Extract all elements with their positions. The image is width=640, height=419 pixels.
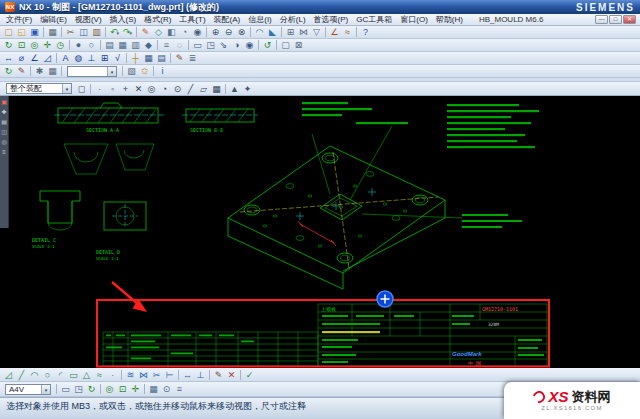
table-icon[interactable]: ▦ bbox=[142, 52, 155, 64]
rotate-view-icon[interactable]: ◷ bbox=[54, 39, 67, 51]
fit-icon[interactable]: ⊡ bbox=[116, 383, 129, 395]
undo-icon[interactable]: ↶▾ bbox=[108, 26, 121, 38]
window-close-button[interactable]: ✕ bbox=[623, 15, 636, 24]
constraint-icon[interactable]: ⊥ bbox=[194, 369, 207, 381]
update-icon[interactable]: ↻ bbox=[85, 383, 98, 395]
window-restore-button[interactable]: □ bbox=[609, 15, 622, 24]
menu-item[interactable]: 分析(L) bbox=[276, 14, 310, 25]
point-icon[interactable]: ∙ bbox=[106, 369, 119, 381]
delete-icon[interactable]: ✕ bbox=[225, 369, 238, 381]
history-icon[interactable]: ≡ bbox=[2, 149, 6, 155]
feature-control-frame-icon[interactable]: ⊞ bbox=[98, 52, 111, 64]
menu-item[interactable]: GC工具箱 bbox=[352, 14, 396, 25]
redo-icon[interactable]: ↷▾ bbox=[121, 26, 134, 38]
quick-dimension-icon[interactable]: ↔ bbox=[181, 369, 194, 381]
finish-icon[interactable]: ✓ bbox=[243, 369, 256, 381]
highlight-icon[interactable]: ✦ bbox=[241, 83, 254, 95]
help-icon[interactable]: ? bbox=[359, 26, 372, 38]
intersect-icon[interactable]: ⊗ bbox=[235, 26, 248, 38]
annotation-style-combo[interactable]: ▾ bbox=[67, 66, 117, 77]
datum-plane-icon[interactable]: ◇ bbox=[152, 26, 165, 38]
refresh-icon[interactable]: ↻ bbox=[2, 39, 15, 51]
fit-view-icon[interactable]: ⊡ bbox=[15, 39, 28, 51]
shaded-icon[interactable]: ● bbox=[72, 39, 85, 51]
menu-item[interactable]: 视图(V) bbox=[71, 14, 106, 25]
subtract-icon[interactable]: ⊖ bbox=[222, 26, 235, 38]
update-views-icon[interactable]: ↺ bbox=[261, 39, 274, 51]
pattern-feature-icon[interactable]: ⊞ bbox=[284, 26, 297, 38]
menu-item[interactable]: 编辑(E) bbox=[36, 14, 71, 25]
spline-icon[interactable]: ≈ bbox=[93, 369, 106, 381]
snap-arc-center-icon[interactable]: ◎ bbox=[145, 83, 158, 95]
pan-icon[interactable]: ✛ bbox=[41, 39, 54, 51]
balloon-icon[interactable]: ◍ bbox=[72, 52, 85, 64]
snap-midpoint-icon[interactable]: ◦ bbox=[106, 83, 119, 95]
snap-point-on-curve-icon[interactable]: ╱ bbox=[184, 83, 197, 95]
revolve-icon[interactable]: ◔ bbox=[178, 26, 191, 38]
hd3d-tools-icon[interactable]: ◎ bbox=[1, 139, 6, 145]
rectangle-icon[interactable]: ▭ bbox=[67, 369, 80, 381]
snap-existing-point-icon[interactable]: ⊙ bbox=[171, 83, 184, 95]
drawing-canvas[interactable]: SECTION A-A SECTION 8-8 DETAIL bbox=[0, 96, 640, 368]
surface-finish-icon[interactable]: √ bbox=[111, 52, 124, 64]
paste-icon[interactable]: ▥ bbox=[90, 26, 103, 38]
save-icon[interactable]: ▣ bbox=[28, 26, 41, 38]
edit-style-icon[interactable]: ✎ bbox=[15, 65, 28, 77]
drawing-area[interactable]: ▣✚▤◫◎≡ SECTION A-A SECTION 8-8 bbox=[0, 96, 640, 368]
base-view-icon[interactable]: ◳ bbox=[204, 39, 217, 51]
profile-icon[interactable]: ◿ bbox=[2, 369, 15, 381]
part-navigator-icon[interactable]: ▤ bbox=[1, 119, 7, 125]
hole-icon[interactable]: ◉ bbox=[191, 26, 204, 38]
constraint-navigator-icon[interactable]: ✚ bbox=[1, 109, 6, 115]
layer-settings-icon[interactable]: ≡ bbox=[160, 39, 173, 51]
sheet-dropdown[interactable]: A4V ▾ bbox=[5, 384, 51, 395]
print-icon[interactable]: ▦ bbox=[46, 26, 59, 38]
polygon-icon[interactable]: △ bbox=[80, 369, 93, 381]
new-sheet-icon[interactable]: ▭ bbox=[59, 383, 72, 395]
edit-text-icon[interactable]: ✎ bbox=[173, 52, 186, 64]
right-view-icon[interactable]: ▥ bbox=[129, 39, 142, 51]
menu-item[interactable]: 格式(R) bbox=[140, 14, 175, 25]
menu-item[interactable]: 装配(A) bbox=[210, 14, 245, 25]
grid-icon[interactable]: ▦ bbox=[147, 383, 160, 395]
align-icon[interactable]: ≣ bbox=[186, 52, 199, 64]
top-view-icon[interactable]: ▦ bbox=[116, 39, 129, 51]
menu-item[interactable]: 工具(T) bbox=[175, 14, 209, 25]
pan-icon[interactable]: ✛ bbox=[129, 383, 142, 395]
chamfer-icon[interactable]: ◣ bbox=[266, 26, 279, 38]
projected-view-icon[interactable]: ⇘ bbox=[217, 39, 230, 51]
offset-curve-icon[interactable]: ≋ bbox=[124, 369, 137, 381]
detail-view-icon[interactable]: ◉ bbox=[243, 39, 256, 51]
unite-icon[interactable]: ⊕ bbox=[209, 26, 222, 38]
arc-icon[interactable]: ◠ bbox=[28, 369, 41, 381]
preferences-icon[interactable]: ✱ bbox=[33, 65, 46, 77]
menu-item[interactable]: 首选项(P) bbox=[310, 14, 353, 25]
sketch-icon[interactable]: ✎ bbox=[139, 26, 152, 38]
chamfer-dimension-icon[interactable]: ◿ bbox=[41, 52, 54, 64]
new-file-icon[interactable]: ▢ bbox=[2, 26, 15, 38]
radial-dimension-icon[interactable]: ⌀ bbox=[15, 52, 28, 64]
assembly-navigator-icon[interactable]: ▣ bbox=[1, 99, 7, 105]
copy-icon[interactable]: ◫ bbox=[77, 26, 90, 38]
snap-grid-icon[interactable]: ▦ bbox=[210, 83, 223, 95]
line-icon[interactable]: ╱ bbox=[15, 369, 28, 381]
mirror-feature-icon[interactable]: ⋈ bbox=[297, 26, 310, 38]
extrude-icon[interactable]: ◧ bbox=[165, 26, 178, 38]
image-icon[interactable]: ▧ bbox=[125, 65, 138, 77]
window-icon[interactable]: ▢ bbox=[279, 39, 292, 51]
new-sheet-icon[interactable]: ▭ bbox=[191, 39, 204, 51]
menu-item[interactable]: 帮助(H) bbox=[432, 14, 467, 25]
window-minimize-button[interactable]: — bbox=[595, 15, 608, 24]
menu-item[interactable]: 文件(F) bbox=[2, 14, 36, 25]
chevron-down-icon[interactable]: ▾ bbox=[117, 30, 120, 36]
menu-item[interactable]: 信息(I) bbox=[244, 14, 276, 25]
dimension-icon[interactable]: ↔ bbox=[2, 52, 15, 64]
circle-icon[interactable]: ○ bbox=[41, 369, 54, 381]
section-view-icon[interactable]: ◑ bbox=[230, 39, 243, 51]
reuse-library-icon[interactable]: ◫ bbox=[1, 129, 7, 135]
chevron-down-icon[interactable]: ▾ bbox=[62, 84, 71, 93]
snap-point-on-surface-icon[interactable]: ▱ bbox=[197, 83, 210, 95]
analysis-icon[interactable]: ≈ bbox=[341, 26, 354, 38]
shell-icon[interactable]: ▽ bbox=[310, 26, 323, 38]
zoom-icon[interactable]: ◎ bbox=[103, 383, 116, 395]
